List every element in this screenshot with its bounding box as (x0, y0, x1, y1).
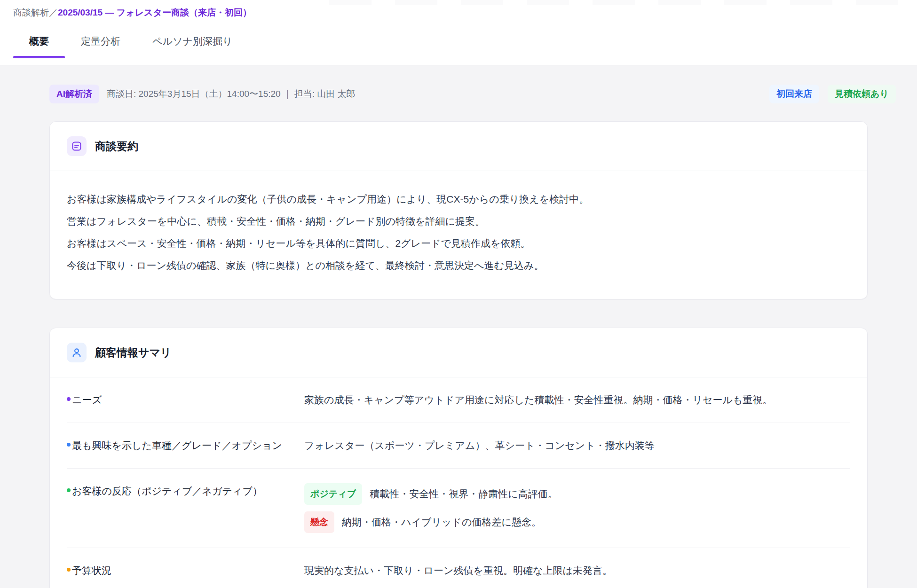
meeting-info-text: 商談日: 2025年3月15日（土）14:00〜15:20 ｜ 担当: 山田 太… (107, 88, 356, 100)
concern-badge: 懸念 (304, 511, 334, 533)
page-title: 2025/03/15 — フォレスター商談（来店・初回） (58, 8, 252, 17)
customer-card-title: 顧客情報サマリ (95, 345, 172, 360)
bullet-icon (67, 568, 71, 572)
row-label-text: 予算状況 (72, 563, 111, 579)
row-reaction: お客様の反応（ポジティブ／ネガティブ） ポジティブ 積載性・安全性・視界・静粛性… (67, 469, 850, 548)
concern-text: 納期・価格・ハイブリッドの価格差に懸念。 (342, 514, 541, 530)
meeting-summary-card: 商談要約 お客様は家族構成やライフスタイルの変化（子供の成長・キャンプ用途）によ… (49, 121, 868, 299)
row-budget-label: 予算状況 (67, 563, 304, 579)
tab-quantitative-analysis[interactable]: 定量分析 (65, 28, 136, 58)
meeting-meta-row: AI解析済 商談日: 2025年3月15日（土）14:00〜15:20 ｜ 担当… (49, 85, 896, 103)
bullet-icon (67, 443, 71, 447)
summary-line: お客様は家族構成やライフスタイルの変化（子供の成長・キャンプ用途）により、現CX… (67, 188, 850, 210)
summary-card-header: 商談要約 (50, 122, 867, 171)
tab-bar: 概要 定量分析 ペルソナ別深掘り (13, 29, 917, 58)
row-label-text: 最も興味を示した車種／グレード／オプション (72, 438, 282, 454)
row-interest-label: 最も興味を示した車種／グレード／オプション (67, 438, 304, 454)
tab-overview[interactable]: 概要 (13, 28, 65, 58)
row-interest: 最も興味を示した車種／グレード／オプション フォレスター（スポーツ・プレミアム）… (67, 423, 850, 469)
summary-line: 営業はフォレスターを中心に、積載・安全性・価格・納期・グレード別の特徴を詳細に提… (67, 210, 850, 232)
concern-reaction-line: 懸念 納期・価格・ハイブリッドの価格差に懸念。 (304, 511, 558, 533)
positive-reaction-line: ポジティブ 積載性・安全性・視界・静粛性に高評価。 (304, 483, 558, 505)
breadcrumb: 商談解析／2025/03/15 — フォレスター商談（来店・初回） (13, 7, 917, 19)
breadcrumb-root-link[interactable]: 商談解析／ (13, 8, 58, 17)
row-budget-value: 現実的な支払い・下取り・ローン残債を重視。明確な上限は未発言。 (304, 563, 612, 579)
row-label-text: お客様の反応（ポジティブ／ネガティブ） (72, 483, 262, 499)
summary-line: 今後は下取り・ローン残債の確認、家族（特に奥様）との相談を経て、最終検討・意思決… (67, 254, 850, 276)
tab-persona-deep-dive[interactable]: ペルソナ別深掘り (136, 28, 248, 58)
summary-card-title: 商談要約 (95, 139, 138, 154)
person-icon (67, 343, 87, 362)
row-reaction-label: お客様の反応（ポジティブ／ネガティブ） (67, 483, 304, 499)
row-budget: 予算状況 現実的な支払い・下取り・ローン残債を重視。明確な上限は未発言。 (67, 548, 850, 588)
cropped-content-artifact (329, 0, 917, 5)
customer-card-header: 顧客情報サマリ (50, 328, 867, 377)
positive-badge: ポジティブ (304, 483, 362, 505)
quote-requested-badge: 見積依頼あり (828, 85, 896, 103)
summary-line: お客様はスペース・安全性・価格・納期・リセール等を具体的に質問し、2グレードで見… (67, 232, 850, 254)
document-icon (67, 136, 87, 156)
positive-text: 積載性・安全性・視界・静粛性に高評価。 (370, 486, 558, 502)
customer-info-card: 顧客情報サマリ ニーズ 家族の成長・キャンプ等アウトドア用途に対応した積載性・安… (49, 328, 868, 588)
row-label-text: ニーズ (72, 392, 102, 408)
top-bar: 商談解析／2025/03/15 — フォレスター商談（来店・初回） 概要 定量分… (0, 0, 917, 65)
row-needs-label: ニーズ (67, 392, 304, 408)
first-visit-badge: 初回来店 (769, 85, 819, 103)
main-content: AI解析済 商談日: 2025年3月15日（土）14:00〜15:20 ｜ 担当… (0, 85, 917, 588)
customer-rows: ニーズ 家族の成長・キャンプ等アウトドア用途に対応した積載性・安全性重視。納期・… (50, 377, 867, 588)
bullet-icon (67, 397, 71, 401)
ai-analyzed-badge: AI解析済 (49, 85, 99, 103)
summary-body: お客様は家族構成やライフスタイルの変化（子供の成長・キャンプ用途）により、現CX… (50, 171, 867, 299)
row-interest-value: フォレスター（スポーツ・プレミアム）、革シート・コンセント・撥水内装等 (304, 438, 655, 454)
row-reaction-value: ポジティブ 積載性・安全性・視界・静粛性に高評価。 懸念 納期・価格・ハイブリッ… (304, 483, 558, 533)
bullet-icon (67, 488, 71, 492)
row-needs: ニーズ 家族の成長・キャンプ等アウトドア用途に対応した積載性・安全性重視。納期・… (67, 377, 850, 423)
row-needs-value: 家族の成長・キャンプ等アウトドア用途に対応した積載性・安全性重視。納期・価格・リ… (304, 392, 772, 408)
